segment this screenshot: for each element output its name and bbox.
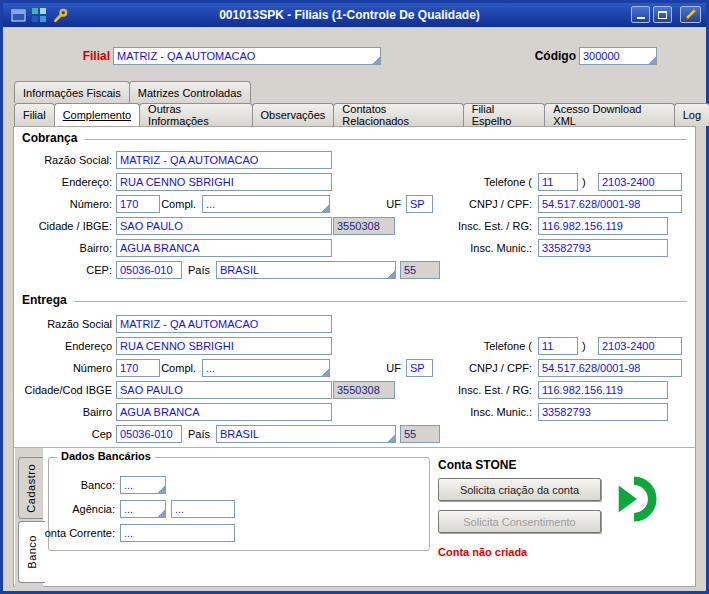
tab-label: Filial Espelho [472, 103, 537, 127]
entrega-endereco-input[interactable]: RUA CENNO SBRIGHI [116, 337, 332, 355]
entrega-uf-input[interactable]: SP [406, 359, 433, 377]
entrega-telefone-label: Telefone ( [484, 337, 532, 355]
conta-corrente-input[interactable]: ... [120, 524, 235, 542]
tab-contatos-relacionados[interactable]: Contatos Relacionados [333, 103, 463, 126]
entrega-numero-label: Número [73, 359, 112, 377]
folder-tabs-row2: Filial Complemento Outras Informações Ob… [14, 103, 709, 126]
tab-label: Complemento [63, 109, 131, 121]
tab-label: Matrizes Controladas [138, 87, 242, 99]
filial-input[interactable]: MATRIZ - QA AUTOMACAO [113, 47, 381, 65]
cobranca-razao-social-label: Razão Social: [44, 151, 112, 169]
titlebar-icons [10, 7, 68, 23]
cobranca-cnpj-label: CNPJ / CPF: [469, 195, 532, 213]
solicita-criacao-button[interactable]: Solicita criação da conta [438, 478, 601, 501]
entrega-insc-est-label: Insc. Est. / RG: [458, 381, 532, 399]
cobranca-insc-mun-input[interactable]: 33582793 [538, 239, 668, 257]
cobranca-compl-input[interactable]: ... [202, 195, 330, 213]
tab-outras-informacoes[interactable]: Outras Informações [139, 103, 252, 126]
minimize-button[interactable] [631, 6, 650, 23]
entrega-bairro-input[interactable]: AGUA BRANCA [116, 403, 332, 421]
cobranca-numero-input[interactable]: 170 [116, 195, 160, 213]
entrega-ibge-field: 3550308 [333, 381, 395, 399]
modules-grid-icon[interactable] [31, 7, 47, 23]
entrega-telefone-input[interactable]: 2103-2400 [598, 337, 682, 355]
solicita-consentimento-button[interactable]: Solicita Consentimento [438, 510, 601, 533]
cobranca-ddi-field: 55 [400, 261, 440, 279]
entrega-razao-social-input[interactable]: MATRIZ - QA AUTOMACAO [116, 315, 332, 333]
cobranca-telefone-ddd-input[interactable]: 11 [538, 173, 578, 191]
pencil-icon [684, 8, 697, 21]
agencia-input[interactable]: ... [120, 500, 166, 518]
tab-log[interactable]: Log [674, 103, 709, 126]
cobranca-insc-mun-label: Insc. Munic.: [470, 239, 532, 257]
cobranca-cep-input[interactable]: 05036-010 [116, 261, 182, 279]
filial-label: Filial [83, 47, 110, 65]
tab-matrizes-controladas[interactable]: Matrizes Controladas [129, 81, 251, 103]
entrega-cnpj-input[interactable]: 54.517.628/0001-98 [538, 359, 682, 377]
conta-corrente-label: Conta Corrente: [37, 524, 115, 542]
system-window-icon[interactable] [10, 7, 26, 23]
entrega-cidade-label: Cidade/Cod IBGE [25, 381, 112, 399]
tab-label: Log [683, 109, 701, 121]
side-tab-cadastro[interactable]: Cadastro [18, 457, 43, 519]
complemento-panel: Cobrança Razão Social: MATRIZ - QA AUTOM… [13, 126, 696, 587]
entrega-bairro-label: Bairro [83, 403, 112, 421]
entrega-ddi-field: 55 [400, 425, 440, 443]
cobranca-numero-label: Número: [70, 195, 112, 213]
entrega-pais-input[interactable]: BRASIL [216, 425, 396, 443]
side-tab-banco[interactable]: Banco [18, 521, 45, 583]
entrega-cep-label: Cep [92, 425, 112, 443]
tab-acesso-download-xml[interactable]: Acesso Download XML [544, 103, 674, 126]
entrega-insc-mun-input[interactable]: 33582793 [538, 403, 668, 421]
wrench-icon[interactable] [52, 7, 68, 23]
entrega-telefone-ddd-input[interactable]: 11 [538, 337, 578, 355]
conta-status-text: Conta não criada [438, 546, 527, 558]
maximize-icon [658, 11, 667, 19]
banco-label: Banco: [81, 476, 115, 494]
cobranca-bairro-label: Bairro: [80, 239, 112, 257]
tab-label: Observações [261, 109, 326, 121]
tab-informacoes-fiscais[interactable]: Informações Fiscais [14, 81, 130, 103]
tab-filial[interactable]: Filial [14, 103, 55, 126]
cobranca-telefone-input[interactable]: 2103-2400 [598, 173, 682, 191]
entrega-insc-est-input[interactable]: 116.982.156.119 [538, 381, 668, 399]
entrega-compl-label: Compl. [161, 359, 196, 377]
conta-stone-title: Conta STONE [438, 458, 516, 472]
entrega-numero-input[interactable]: 170 [116, 359, 160, 377]
window-title: 001013SPK - Filiais (1-Controle De Quali… [73, 3, 626, 27]
cobranca-pais-label: País [188, 261, 210, 279]
bottom-divider [14, 447, 695, 448]
cobranca-endereco-input[interactable]: RUA CENNO SBRIGHI [116, 173, 332, 191]
entrega-cnpj-label: CNPJ / CPF: [469, 359, 532, 377]
entrega-divider [74, 301, 687, 302]
cobranca-insc-est-input[interactable]: 116.982.156.119 [538, 217, 668, 235]
tab-observacoes[interactable]: Observações [252, 103, 335, 126]
folder-tabs-row1: Informações Fiscais Matrizes Controladas [14, 81, 250, 103]
tab-complemento[interactable]: Complemento [54, 103, 140, 126]
cobranca-razao-social-input[interactable]: MATRIZ - QA AUTOMACAO [116, 151, 332, 169]
codigo-input[interactable]: 300000 [579, 47, 657, 65]
tab-filial-espelho[interactable]: Filial Espelho [463, 103, 546, 126]
entrega-cidade-input[interactable]: SAO PAULO [116, 381, 332, 399]
entrega-telefone-close-paren: ) [582, 337, 586, 355]
cobranca-cnpj-input[interactable]: 54.517.628/0001-98 [538, 195, 682, 213]
edit-button[interactable] [680, 6, 701, 23]
entrega-cep-input[interactable]: 05036-010 [116, 425, 182, 443]
tab-label: Acesso Download XML [553, 103, 665, 127]
cobranca-pais-input[interactable]: BRASIL [216, 261, 396, 279]
window-controls [628, 6, 701, 23]
cobranca-endereco-label: Endereço: [62, 173, 112, 191]
maximize-button[interactable] [653, 6, 672, 23]
cobranca-cidade-input[interactable]: SAO PAULO [116, 217, 332, 235]
agencia-label: Agência: [72, 500, 115, 518]
cobranca-uf-input[interactable]: SP [406, 195, 433, 213]
dados-bancarios-title: Dados Bancários [57, 450, 155, 462]
tab-label: Outras Informações [148, 103, 243, 127]
agencia-dv-input[interactable]: ... [171, 500, 235, 518]
cobranca-compl-label: Compl. [161, 195, 196, 213]
cobranca-bairro-input[interactable]: AGUA BRANCA [116, 239, 332, 257]
entrega-compl-input[interactable]: ... [202, 359, 330, 377]
title-bar[interactable]: 001013SPK - Filiais (1-Controle De Quali… [3, 3, 706, 27]
entrega-insc-mun-label: Insc. Munic.: [470, 403, 532, 421]
banco-input[interactable]: ... [120, 476, 166, 494]
